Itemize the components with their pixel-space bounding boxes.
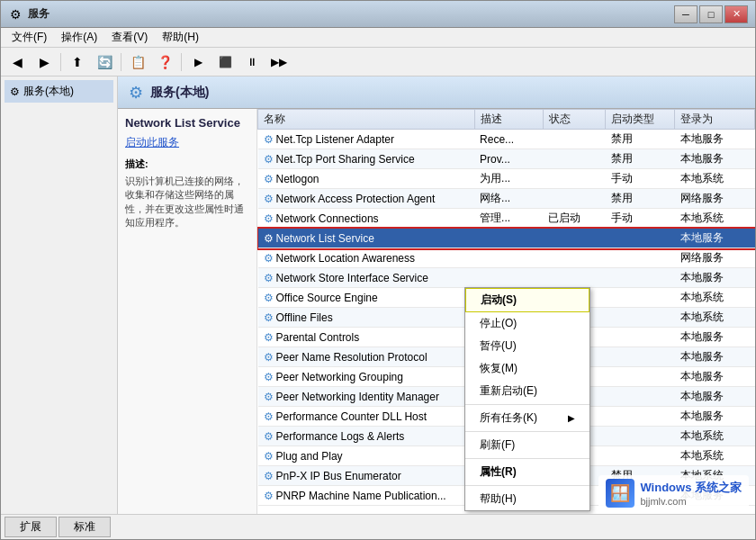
- col-login[interactable]: 登录为: [675, 110, 755, 130]
- context-menu-all-tasks[interactable]: 所有任务(K) ▶: [465, 407, 590, 429]
- refresh-button[interactable]: 🔄: [92, 50, 117, 74]
- menu-view[interactable]: 查看(V): [104, 28, 155, 47]
- col-status[interactable]: 状态: [543, 110, 606, 130]
- col-name[interactable]: 名称: [258, 110, 475, 130]
- service-desc-cell: 为用...: [474, 169, 543, 189]
- service-startup-cell: [606, 229, 675, 248]
- service-startup-cell: [606, 407, 675, 427]
- service-login-cell: 本地系统: [675, 288, 755, 308]
- service-startup-cell: 禁用: [606, 130, 675, 149]
- content-area: ⚙ 服务(本地) Network List Service 启动此服务 描述: …: [118, 76, 755, 514]
- context-menu-refresh[interactable]: 刷新(F): [465, 434, 590, 456]
- statusbar: 扩展 标准: [1, 514, 755, 539]
- service-startup-cell: [606, 446, 675, 466]
- service-name-cell: ⚙Network Location Awareness: [258, 248, 475, 268]
- context-menu-properties[interactable]: 属性(R): [465, 461, 590, 483]
- gear-icon: ⚙: [264, 193, 274, 205]
- context-menu: 启动(S) 停止(O) 暂停(U) 恢复(M) 重新启动(E): [464, 287, 590, 511]
- service-name-cell: ⚙PNRP Machine Name Publication...: [258, 486, 475, 506]
- table-row[interactable]: ⚙Net.Tcp Port Sharing ServiceProv...禁用本地…: [258, 149, 755, 169]
- gear-icon: ⚙: [264, 133, 274, 146]
- service-login-cell: 本地服务: [675, 130, 755, 149]
- service-name-text: Peer Name Resolution Protocol: [276, 351, 428, 364]
- gear-icon: ⚙: [264, 430, 274, 443]
- desc-text: 识别计算机已连接的网络，收集和存储这些网络的属性，并在更改这些属性时通知应用程序…: [125, 175, 249, 230]
- minimize-button[interactable]: ─: [674, 5, 698, 23]
- forward-button[interactable]: ▶: [32, 50, 57, 74]
- main-window: ⚙ 服务 ─ □ ✕ 文件(F) 操作(A) 查看(V) 帮助(H) ◀ ▶ ⬆…: [0, 0, 756, 540]
- service-name-text: Network Store Interface Service: [276, 272, 428, 284]
- gear-icon: ⚙: [264, 331, 274, 344]
- context-menu-stop[interactable]: 停止(O): [465, 312, 590, 335]
- context-menu-pause[interactable]: 暂停(U): [465, 335, 590, 357]
- context-menu-resume[interactable]: 恢复(M): [465, 357, 590, 380]
- table-row[interactable]: ⚙Network Store Interface Service本地服务: [258, 268, 755, 288]
- tab-standard[interactable]: 标准: [58, 517, 111, 537]
- watermark: 🪟 Windows 系统之家 bjjmlv.com: [598, 475, 749, 511]
- menu-action[interactable]: 操作(A): [54, 28, 104, 47]
- service-desc-cell: [474, 248, 543, 268]
- pause-button[interactable]: ⏸: [239, 50, 265, 74]
- service-startup-cell: [606, 387, 675, 407]
- gear-icon: ⚙: [264, 410, 274, 423]
- help-toolbar-button[interactable]: ❓: [152, 50, 177, 74]
- service-name-cell: ⚙Plug and Play: [258, 446, 475, 466]
- context-menu-restart[interactable]: 重新启动(E): [465, 380, 590, 402]
- service-name-text: Offline Files: [276, 311, 333, 324]
- table-row[interactable]: ⚙Net.Tcp Listener AdapterRece...禁用本地服务: [258, 130, 755, 149]
- service-desc-cell: 网络...: [474, 189, 543, 209]
- maximize-button[interactable]: □: [699, 5, 723, 23]
- restart-label: 重新启动(E): [480, 383, 537, 399]
- gear-icon: ⚙: [264, 292, 274, 304]
- close-button[interactable]: ✕: [724, 5, 748, 23]
- service-startup-cell: [606, 347, 675, 367]
- service-name-cell: ⚙Network Store Interface Service: [258, 268, 475, 288]
- table-row[interactable]: ⚙Network List Service本地服务: [258, 229, 755, 248]
- stop-label: 停止(O): [480, 316, 517, 331]
- service-name-text: Office Source Engine: [276, 292, 378, 304]
- menu-help[interactable]: 帮助(H): [155, 28, 206, 47]
- table-row[interactable]: ⚙Network Location Awareness网络服务: [258, 248, 755, 268]
- service-name-text: Performance Logs & Alerts: [276, 430, 405, 443]
- play-button[interactable]: ▶: [185, 50, 211, 74]
- gear-icon: ⚙: [264, 371, 274, 383]
- service-name-text: Network List Service: [276, 232, 374, 245]
- service-login-cell: 本地服务: [675, 328, 755, 347]
- service-login-cell: 本地服务: [675, 229, 755, 248]
- sidebar-item-label: 服务(本地): [23, 84, 74, 99]
- service-startup-cell: 手动: [606, 209, 675, 229]
- desc-label: 描述:: [125, 158, 249, 171]
- context-menu-start[interactable]: 启动(S): [465, 288, 590, 312]
- start-service-link[interactable]: 启动此服务: [125, 135, 249, 150]
- context-menu-help[interactable]: 帮助(H): [465, 488, 590, 510]
- service-name-cell: ⚙Peer Networking Grouping: [258, 367, 475, 387]
- content-header-icon: ⚙: [129, 83, 143, 103]
- gear-icon: ⚙: [264, 351, 274, 364]
- context-separator-4: [465, 485, 590, 486]
- window-icon: ⚙: [8, 7, 22, 22]
- properties-button[interactable]: 📋: [125, 50, 150, 74]
- table-row[interactable]: ⚙Netlogon为用...手动本地系统: [258, 169, 755, 189]
- tab-expand[interactable]: 扩展: [4, 517, 57, 537]
- menu-file[interactable]: 文件(F): [4, 28, 54, 47]
- table-row[interactable]: ⚙Network Connections管理...已启动手动本地系统: [258, 209, 755, 229]
- service-status-cell: [543, 149, 606, 169]
- service-desc-cell: Rece...: [474, 130, 543, 149]
- service-name-cell: ⚙Performance Counter DLL Host: [258, 407, 475, 427]
- col-startup[interactable]: 启动类型: [606, 110, 675, 130]
- service-login-cell: 网络服务: [675, 189, 755, 209]
- service-startup-cell: [606, 268, 675, 288]
- up-button[interactable]: ⬆: [65, 50, 90, 74]
- table-row[interactable]: ⚙Network Access Protection Agent网络...禁用网…: [258, 189, 755, 209]
- stop-button[interactable]: ⬛: [212, 50, 238, 74]
- col-desc[interactable]: 描述: [474, 110, 543, 130]
- service-name-text: Network Access Protection Agent: [276, 193, 436, 205]
- context-separator-2: [465, 431, 590, 432]
- main-area: ⚙ 服务(本地) ⚙ 服务(本地) Network List Service 启…: [1, 76, 755, 514]
- service-desc-cell: [474, 268, 543, 288]
- back-button[interactable]: ◀: [4, 50, 30, 74]
- restart-button[interactable]: ▶▶: [266, 50, 292, 74]
- sidebar-item-local-services[interactable]: ⚙ 服务(本地): [4, 80, 113, 103]
- service-status-cell: [543, 189, 606, 209]
- gear-icon: ⚙: [264, 212, 274, 225]
